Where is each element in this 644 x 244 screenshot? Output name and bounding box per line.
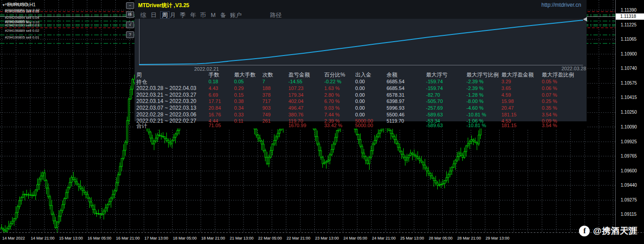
table-cell: 0.00 [355, 112, 365, 117]
time-tick-label: 25 Mar 13:00 [400, 236, 424, 240]
table-cell: -257.69 [426, 105, 443, 111]
time-tick-label: 15 Mar 13:00 [59, 236, 83, 240]
table-cell: -10.81 % [466, 112, 486, 117]
table-cell: 7.44 % [324, 112, 339, 117]
order-label[interactable]: #294200193 sell 0.03 [5, 23, 39, 27]
time-axis[interactable]: 14 Mar 202214 Mar 21:0015 Mar 13:0016 Ma… [0, 233, 644, 244]
table-cell: 4.59 [501, 92, 511, 98]
curve-end-arrow-icon [583, 17, 587, 21]
time-tick-label: 29 Mar 13:00 [486, 236, 509, 240]
col-header: 余额 [387, 71, 397, 79]
table-cell: 7 [262, 79, 265, 84]
table-cell: 0.29 [234, 86, 244, 91]
table-cell: 0.00 [355, 79, 365, 84]
table-cell: 20.84 [209, 105, 221, 111]
mtdriver-stats-panel: MTDriver统计 ,V3.25 http://mtdriver.cn 综日周… [135, 0, 587, 128]
table-cell: 0.18 [209, 79, 218, 84]
table-cell: 0.25 % [542, 98, 557, 104]
row-label: 2022.02.28 ~ 2022.03.06 [136, 111, 196, 118]
table-cell-total: -10.81 % [466, 123, 486, 128]
table-cell: 3.29 [501, 79, 511, 84]
time-tick-label: 28 Mar 05:00 [429, 236, 453, 240]
table-cell: 1.63 % [324, 86, 339, 91]
help-button[interactable]: ? [126, 31, 134, 38]
order-label[interactable]: #294190805 sell 0.01 [5, 35, 39, 39]
col-header: 盈亏金额 [288, 71, 310, 79]
table-cell: 6.69 [209, 92, 218, 98]
table-cell-total: 71.05 [209, 123, 221, 128]
price-tick-label: 1.10900 [621, 51, 637, 56]
order-label[interactable]: #294196889 sell 0.02 [5, 29, 39, 33]
table-cell: 0.07 % [542, 92, 557, 98]
confirm-button[interactable]: √ [126, 21, 134, 28]
minimize-button[interactable]: − [126, 2, 134, 9]
table-cell: 2.80 % [324, 92, 339, 98]
time-tick-label: 14 Mar 2022 [2, 236, 25, 240]
table-cell: 6578.31 [387, 92, 405, 98]
time-tick-label: 21 Mar 13:00 [230, 236, 253, 240]
equity-end-date: 2022.03.28 [561, 66, 586, 71]
col-header: 最大手数 [234, 71, 256, 79]
table-cell: -82.70 [426, 92, 440, 98]
table-cell: 6685.54 [387, 86, 405, 91]
table-cell: -159.74 [426, 79, 443, 84]
table-cell: 0.00 [355, 92, 365, 98]
row-label: 2022.03.28 ~ 2022.04.03 [136, 85, 196, 91]
row-label: 2022.03.14 ~ 2022.03.20 [136, 98, 196, 104]
move-button[interactable]: 移 [126, 11, 134, 18]
table-cell: 5119.70 [387, 118, 404, 124]
price-tick-label: 1.09440 [621, 183, 637, 188]
price-tick-label: 1.10250 [621, 110, 637, 115]
table-cell: 9.03 % [324, 105, 339, 111]
time-tick-label: 18 Mar 05:00 [173, 236, 196, 240]
table-cell: -589.63 [426, 112, 443, 117]
watermark-handle: @携酒天涯 [593, 225, 638, 237]
price-tick-label: 1.10090 [621, 124, 637, 129]
order-label[interactable]: #294208926 tp [5, 2, 29, 6]
table-cell: 6685.54 [387, 79, 405, 84]
equity-curve-chart [135, 0, 587, 67]
time-tick-label: 14 Mar 21:00 [30, 236, 54, 240]
time-tick-label: 24 Mar 21:00 [372, 236, 396, 240]
table-cell: 5996.93 [387, 105, 405, 111]
time-tick-label: 22 Mar 05:00 [258, 236, 282, 240]
price-tick-label: 1.09115 [621, 212, 636, 217]
col-header: 出入金 [355, 71, 371, 79]
table-cell: 903 [262, 105, 270, 111]
price-axis[interactable]: 1.11318 1.113901.112251.110651.109001.10… [616, 0, 644, 233]
time-tick-label: 24 Mar 05:00 [344, 236, 367, 240]
order-label[interactable]: #294208855 sell 0.05 [5, 9, 39, 13]
table-cell: -159.74 [426, 86, 443, 91]
price-tick-label: 1.09275 [621, 197, 637, 202]
price-tick-label: 1.11225 [621, 22, 636, 27]
table-cell-total: 181.15 [501, 123, 517, 128]
table-cell: 4.43 [209, 86, 218, 91]
table-cell: 0.00 [355, 86, 365, 91]
time-tick-label: 16 Mar 05:00 [87, 236, 111, 240]
table-cell: 380.76 [288, 112, 304, 117]
table-cell: 0.33 [234, 112, 244, 117]
table-cell: 0.05 [234, 79, 244, 84]
table-cell: 0.05 % [542, 79, 557, 84]
table-cell: 0.38 [234, 98, 244, 104]
table-cell: 402.04 [288, 98, 304, 104]
price-tick-label: 1.11065 [621, 37, 636, 42]
col-header: 百分比% [324, 71, 345, 79]
table-cell: -0.22 % [324, 79, 341, 84]
table-cell: 261 [262, 118, 270, 124]
col-header: 次数 [262, 71, 273, 79]
table-cell: 378 [262, 92, 270, 98]
col-header: 最大浮盈比例 [542, 71, 574, 79]
table-cell: 3.54 % [542, 112, 557, 117]
table-cell: -14.55 [288, 79, 302, 84]
time-tick-label: 28 Mar 21:00 [457, 236, 481, 240]
table-cell: -4.60 % [466, 105, 483, 111]
table-cell: -1.28 % [466, 92, 483, 98]
table-cell-total: 1670.99 [288, 123, 306, 128]
table-cell-total: -589.63 [426, 123, 443, 128]
table-cell: 179.34 [288, 92, 304, 98]
row-label: 2022.03.07 ~ 2022.03.13 [136, 105, 196, 111]
equity-start-date: 2022.02.21 [194, 66, 219, 72]
table-cell-total: 5000.00 [355, 123, 373, 128]
col-header: 最大浮盈金额 [501, 71, 534, 79]
